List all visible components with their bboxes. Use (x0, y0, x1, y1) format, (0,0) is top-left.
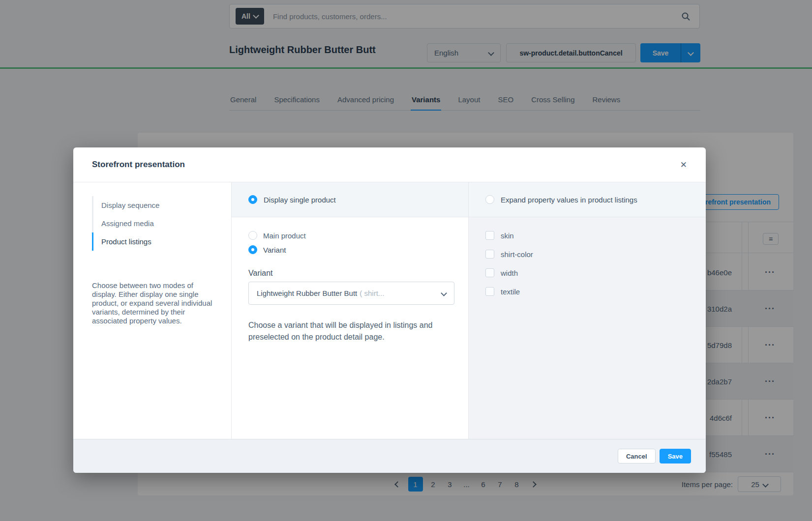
nav-item-assigned-media[interactable]: Assigned media (92, 214, 216, 232)
checkbox-unchecked-icon[interactable] (485, 250, 494, 259)
modal-footer: Cancel Save (73, 439, 706, 473)
modal-header: Storefront presentation ✕ (73, 147, 706, 182)
property-option-skin[interactable]: skin (485, 231, 689, 240)
variant-select-value: Lightweight Rubber Butter Butt (257, 289, 357, 297)
variant-option-label: Variant (263, 246, 286, 254)
main-product-label: Main product (263, 232, 306, 240)
property-label: shirt-color (501, 250, 533, 259)
property-option-shirt-color[interactable]: shirt-color (485, 250, 689, 259)
modal-title: Storefront presentation (92, 160, 185, 170)
modal-cancel-button[interactable]: Cancel (618, 449, 656, 463)
expand-property-values-option[interactable]: Expand property values in product listin… (469, 182, 706, 217)
property-label: textile (501, 288, 520, 296)
property-option-textile[interactable]: textile (485, 287, 689, 296)
radio-checked-icon[interactable] (248, 195, 257, 204)
expand-property-values-label: Expand property values in product listin… (501, 196, 637, 204)
display-single-product-option[interactable]: Display single product (232, 182, 468, 217)
radio-unchecked-icon[interactable] (485, 195, 494, 204)
expand-properties-column: Expand property values in product listin… (469, 182, 706, 439)
radio-unchecked-icon[interactable] (248, 231, 257, 240)
checkbox-unchecked-icon[interactable] (485, 268, 494, 277)
main-product-option[interactable]: Main product (248, 231, 451, 240)
radio-checked-icon[interactable] (248, 245, 257, 254)
property-option-width[interactable]: width (485, 268, 689, 277)
variant-select[interactable]: Lightweight Rubber Butter Butt ( shirt..… (248, 282, 454, 305)
variant-select-hint: ( shirt... (360, 289, 384, 297)
nav-description: Choose between two modes of display. Eit… (92, 281, 217, 325)
modal-nav: Display sequence Assigned media Product … (92, 196, 216, 251)
single-product-column: Display single product Main product Vari… (232, 182, 469, 439)
single-product-settings: Main product Variant Variant Lightweight… (232, 217, 468, 365)
variant-option[interactable]: Variant (248, 245, 451, 254)
property-list: skin shirt-color width textile (469, 217, 706, 319)
checkbox-unchecked-icon[interactable] (485, 287, 494, 296)
nav-item-display-sequence[interactable]: Display sequence (92, 196, 216, 214)
shopware-admin-page: All Lightweight Rubber Butter Butt Engli… (0, 0, 812, 521)
property-label: width (501, 269, 518, 277)
storefront-presentation-modal: Storefront presentation ✕ Display sequen… (73, 147, 706, 473)
modal-save-button[interactable]: Save (660, 449, 691, 463)
close-icon[interactable]: ✕ (678, 159, 689, 171)
variant-helper-text: Choose a variant that will be displayed … (248, 319, 461, 343)
variant-field-label: Variant (248, 269, 451, 278)
nav-item-product-listings[interactable]: Product listings (92, 232, 216, 251)
chevron-down-icon (441, 290, 447, 296)
display-single-product-label: Display single product (264, 196, 336, 204)
modal-nav-column: Display sequence Assigned media Product … (73, 182, 232, 439)
modal-body: Display sequence Assigned media Product … (73, 182, 706, 439)
checkbox-unchecked-icon[interactable] (485, 231, 494, 240)
property-label: skin (501, 232, 514, 240)
